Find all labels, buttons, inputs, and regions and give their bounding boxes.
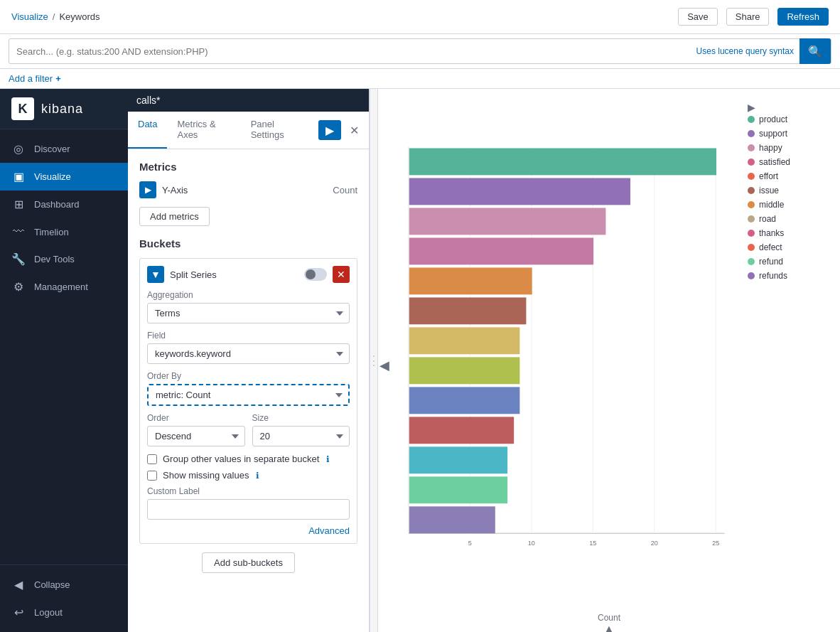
size-input[interactable] — [252, 426, 350, 446]
sidebar-item-collapse[interactable]: ◀ Collapse — [0, 571, 128, 599]
legend-label-middle: middle — [759, 200, 784, 210]
sidebar-item-discover[interactable]: ◎ Discover — [0, 135, 128, 163]
tab-metrics-axes[interactable]: Metrics & Axes — [167, 112, 240, 149]
tab-data[interactable]: Data — [128, 112, 167, 149]
svg-rect-12 — [409, 148, 716, 175]
aggregation-select[interactable]: Terms — [147, 303, 350, 323]
svg-text:20: 20 — [651, 540, 658, 547]
sidebar-logo: K kibana — [0, 89, 128, 129]
order-label: Order — [147, 413, 245, 423]
y-axis-label: Y-Axis — [162, 185, 327, 196]
tab-data-label: Data — [138, 119, 157, 129]
group-other-checkbox[interactable] — [147, 454, 157, 464]
tab-panel-settings[interactable]: Panel Settings — [241, 112, 313, 149]
sidebar-bottom: ◀ Collapse ↩ Logout — [0, 564, 128, 632]
add-filter-button[interactable]: Add a filter + — [9, 73, 831, 84]
add-sub-buckets-button[interactable]: Add sub-buckets — [202, 552, 295, 573]
delete-bucket-button[interactable]: ✕ — [333, 266, 350, 283]
legend-expand-icon[interactable]: ▶ — [748, 102, 833, 113]
main-layout: K kibana ◎ Discover ▣ Visualize ⊞ Dashbo… — [0, 89, 840, 632]
add-metrics-button[interactable]: Add metrics — [139, 207, 210, 226]
advanced-anchor[interactable]: Advanced — [308, 525, 350, 536]
breadcrumb-sep: / — [53, 11, 55, 22]
bucket-collapse-icon[interactable]: ▼ — [147, 266, 164, 283]
wrench-icon: 🔧 — [11, 252, 26, 266]
gear-icon: ⚙ — [11, 280, 26, 294]
search-button[interactable]: 🔍 — [799, 38, 831, 64]
close-panel-button[interactable]: ✕ — [345, 122, 363, 139]
order-select[interactable]: Descend Ascend — [147, 426, 245, 446]
resize-handle[interactable]: ⋮ — [370, 89, 378, 632]
chart-scroll-up-button[interactable]: ▲ — [603, 623, 615, 632]
add-filter-label: Add a filter — [9, 73, 53, 84]
logo-letter: K — [18, 102, 28, 117]
svg-rect-24 — [409, 506, 495, 533]
legend-item-effort: effort — [748, 171, 833, 181]
aggregation-group: Aggregation Terms — [147, 290, 350, 323]
group-other-info-icon[interactable]: ℹ — [326, 454, 330, 464]
legend-dot-refund — [748, 258, 755, 265]
svg-rect-16 — [409, 267, 532, 294]
legend-label-effort: effort — [759, 171, 778, 181]
show-missing-checkbox[interactable] — [147, 471, 157, 481]
svg-rect-21 — [409, 417, 514, 444]
legend-dot-defect — [748, 244, 755, 251]
sidebar-item-visualize[interactable]: ▣ Visualize — [0, 163, 128, 191]
bucket-toggle-switch[interactable] — [304, 268, 327, 281]
svg-rect-18 — [409, 327, 520, 354]
svg-rect-14 — [409, 208, 606, 235]
sidebar-item-logout[interactable]: ↩ Logout — [0, 599, 128, 626]
sidebar-item-devtools[interactable]: 🔧 Dev Tools — [0, 245, 128, 273]
collapse-icon: ◀ — [11, 578, 26, 591]
search-bar: Uses lucene query syntax 🔍 — [0, 34, 840, 69]
legend-item-middle: middle — [748, 200, 833, 210]
panel-area: calls* Data Metrics & Axes Panel Setting… — [128, 89, 840, 632]
order-by-select-wrap: metric: Count Alphabetical — [147, 384, 350, 406]
search-input-wrap: Uses lucene query syntax 🔍 — [9, 38, 831, 64]
tab-metrics-axes-label: Metrics & Axes — [177, 119, 215, 140]
legend-label-happy: happy — [759, 143, 782, 153]
sidebar-label-timelion: Timelion — [34, 227, 69, 237]
lucene-hint: Uses lucene query syntax — [696, 46, 794, 56]
save-button[interactable]: Save — [678, 8, 718, 26]
custom-label-input[interactable] — [147, 499, 350, 520]
chart-expand-button[interactable]: ◀ — [379, 358, 389, 373]
breadcrumb-visualize[interactable]: Visualize — [11, 11, 48, 22]
split-series-label: Split Series — [170, 269, 298, 280]
sidebar-item-timelion[interactable]: 〰 Timelion — [0, 218, 128, 245]
aggregation-label: Aggregation — [147, 290, 350, 300]
legend-dot-happy — [748, 144, 755, 151]
buckets-title: Buckets — [139, 237, 357, 250]
run-button[interactable]: ▶ — [318, 120, 341, 140]
chart-icon: ▣ — [11, 170, 26, 183]
legend-dot-road — [748, 215, 755, 223]
legend-item-satisfied: satisfied — [748, 157, 833, 167]
show-missing-label: Show missing values — [163, 470, 249, 481]
dashboard-icon: ⊞ — [11, 198, 26, 211]
legend-dot-middle — [748, 201, 755, 208]
search-input[interactable] — [9, 46, 696, 57]
breadcrumb: Visualize / Keywords — [11, 11, 100, 22]
refresh-button[interactable]: Refresh — [777, 8, 829, 26]
order-by-group: Order By metric: Count Alphabetical — [147, 371, 350, 406]
tab-panel-settings-label: Panel Settings — [251, 119, 284, 140]
svg-rect-20 — [409, 387, 520, 414]
sidebar-item-dashboard[interactable]: ⊞ Dashboard — [0, 191, 128, 218]
field-select[interactable]: keywords.keyword — [147, 343, 350, 364]
share-button[interactable]: Share — [726, 8, 770, 26]
left-panel: calls* Data Metrics & Axes Panel Setting… — [128, 89, 370, 632]
y-axis-toggle-icon[interactable]: ▶ — [139, 181, 156, 198]
show-missing-info-icon[interactable]: ℹ — [256, 471, 259, 481]
buckets-section: Buckets ▼ Split Series ✕ Aggrega — [139, 237, 357, 582]
y-axis-value: Count — [333, 185, 357, 196]
sidebar-label-logout: Logout — [34, 607, 63, 618]
sidebar-item-management[interactable]: ⚙ Management — [0, 273, 128, 301]
breadcrumb-current: Keywords — [59, 11, 99, 22]
panel-title: calls* — [136, 95, 160, 106]
order-by-select[interactable]: metric: Count Alphabetical — [149, 385, 348, 405]
order-by-label: Order By — [147, 371, 350, 381]
svg-rect-13 — [409, 178, 630, 205]
group-other-row: Group other values in separate bucket ℹ — [147, 454, 350, 464]
chart-footer: Count ▲ — [385, 610, 833, 632]
sidebar-label-dashboard: Dashboard — [34, 199, 80, 210]
